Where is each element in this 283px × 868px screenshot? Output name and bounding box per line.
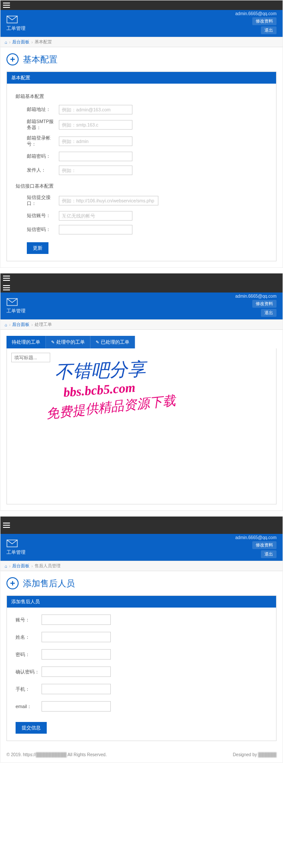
- logo: 工单管理: [6, 540, 26, 556]
- add-icon[interactable]: +: [6, 53, 19, 65]
- panel-header: 基本配置: [7, 72, 276, 84]
- header-bar: 工单管理 admin.6665@qq.com 修改资料 退出: [0, 293, 283, 319]
- title-search-input[interactable]: [11, 353, 50, 362]
- tab-processing[interactable]: ✎ 处理中的工单: [46, 336, 90, 348]
- home-icon[interactable]: ⌂: [5, 564, 7, 569]
- row-phone: 手机：: [16, 684, 267, 694]
- topbar: [0, 273, 283, 283]
- logout-button[interactable]: 退出: [261, 309, 277, 317]
- edit-profile-button[interactable]: 修改资料: [252, 541, 277, 549]
- label: 邮箱地址：: [16, 107, 59, 113]
- footer-left: © 2019. https://██████████ All Rights Re…: [6, 752, 107, 757]
- home-icon[interactable]: ⌂: [5, 40, 7, 45]
- page-title: + 基本配置: [6, 53, 277, 65]
- panel-body: 邮箱基本配置 邮箱地址： 邮箱SMTP服务器： 邮箱登录帐号： 邮箱密码：: [7, 84, 276, 261]
- breadcrumb-current: 基本配置: [35, 39, 52, 45]
- menu-icon[interactable]: [3, 285, 10, 290]
- screen-add-staff: 工单管理 admin.6665@qq.com 修改资料 退出 ⌂› 后台面板› …: [0, 516, 283, 763]
- page-body: + 基本配置 基本配置 邮箱基本配置 邮箱地址： 邮箱SMTP服务器： 邮箱登录…: [0, 47, 283, 267]
- tab-pending[interactable]: 待处理的工单: [6, 336, 46, 348]
- email-address-input[interactable]: [59, 105, 132, 114]
- label: 姓名：: [16, 634, 42, 640]
- user-block: admin.6665@qq.com 修改资料 退出: [235, 11, 277, 36]
- smtp-input[interactable]: [59, 120, 132, 130]
- sms-api-input[interactable]: [59, 196, 158, 205]
- label: 邮箱密码：: [16, 153, 59, 159]
- page-title: + 添加售后人员: [6, 577, 277, 589]
- name-input[interactable]: [42, 632, 111, 642]
- page-heading: 添加售后人员: [23, 578, 75, 589]
- watermark-line3: 免费提供精品资源下载: [45, 387, 219, 423]
- screen-tickets: 工单管理 admin.6665@qq.com 修改资料 退出 ⌂› 后台面板› …: [0, 273, 283, 511]
- breadcrumb-link[interactable]: 后台面板: [12, 563, 29, 569]
- edit-icon: ✎: [96, 340, 99, 345]
- breadcrumb-current: 处理工单: [35, 322, 52, 328]
- account-input[interactable]: [42, 614, 111, 625]
- breadcrumb: ⌂› 后台面板› 售后人员管理: [0, 561, 283, 571]
- header-bar: 工单管理 admin.6665@qq.com 修改资料 退出: [0, 10, 283, 37]
- blurred-designer: ██████: [258, 752, 277, 757]
- sender-input[interactable]: [59, 166, 132, 175]
- logout-button[interactable]: 退出: [261, 550, 277, 558]
- logout-button[interactable]: 退出: [261, 26, 277, 34]
- row-password: 密码：: [16, 649, 267, 660]
- home-icon[interactable]: ⌂: [5, 322, 7, 327]
- watermark-line2: bbs.bcb5.com: [63, 374, 219, 400]
- confirm-password-input[interactable]: [42, 666, 111, 677]
- submit-button[interactable]: 提交信息: [16, 722, 47, 734]
- menu-icon[interactable]: [3, 276, 10, 281]
- watermark-line1: 不错吧分享: [54, 354, 219, 384]
- label: 发件人：: [16, 167, 59, 173]
- label: 邮箱SMTP服务器：: [16, 119, 59, 131]
- row-smtp: 邮箱SMTP服务器：: [16, 119, 267, 131]
- app-name: 工单管理: [6, 25, 26, 32]
- label: 手机：: [16, 686, 42, 692]
- label: 邮箱登录帐号：: [16, 135, 59, 147]
- menu-icon[interactable]: [3, 523, 10, 528]
- menu-icon[interactable]: [3, 3, 10, 8]
- label: 确认密码：: [16, 669, 42, 675]
- breadcrumb-link[interactable]: 后台面板: [12, 322, 29, 328]
- phone-input[interactable]: [42, 684, 111, 694]
- add-staff-panel: 添加售后人员 账号： 姓名： 密码： 确认密码：: [6, 595, 277, 741]
- breadcrumb: ⌂› 后台面板› 处理工单: [0, 319, 283, 330]
- mail-icon: [6, 540, 18, 548]
- tab-label: 已处理的工单: [101, 339, 129, 345]
- screen-basic-config: 工单管理 admin.6665@qq.com 修改资料 退出 ⌂› 后台面板› …: [0, 0, 283, 268]
- password-input[interactable]: [59, 152, 132, 161]
- tab-label: 待处理的工单: [12, 339, 40, 345]
- footer: © 2019. https://██████████ All Rights Re…: [0, 747, 283, 762]
- label: 短信账号：: [16, 213, 59, 219]
- breadcrumb-link[interactable]: 后台面板: [12, 39, 29, 45]
- update-button[interactable]: 更新: [27, 242, 48, 254]
- logo: 工单管理: [6, 16, 26, 32]
- edit-profile-button[interactable]: 修改资料: [252, 17, 277, 25]
- edit-profile-button[interactable]: 修改资料: [252, 300, 277, 308]
- sms-account-input[interactable]: [59, 211, 132, 221]
- breadcrumb-current: 售后人员管理: [35, 563, 61, 569]
- tab-done[interactable]: ✎ 已处理的工单: [90, 336, 135, 348]
- logo: 工单管理: [6, 298, 26, 314]
- app-name: 工单管理: [6, 549, 26, 556]
- panel-body: 账号： 姓名： 密码： 确认密码： 手机：: [7, 608, 276, 741]
- row-login: 邮箱登录帐号：: [16, 135, 267, 147]
- login-input[interactable]: [59, 137, 132, 146]
- page-body: + 添加售后人员 添加售后人员 账号： 姓名： 密码： 确认密码：: [0, 571, 283, 747]
- row-sender: 发件人：: [16, 166, 267, 175]
- row-email-address: 邮箱地址：: [16, 105, 267, 114]
- email-input[interactable]: [42, 701, 111, 712]
- row-confirm: 确认密码：: [16, 666, 267, 677]
- tab-content: 不错吧分享 bbs.bcb5.com 免费提供精品资源下载: [6, 348, 277, 504]
- row-sms-api: 短信提交接口：: [16, 195, 267, 207]
- section-email: 邮箱基本配置: [16, 93, 267, 100]
- sms-password-input[interactable]: [59, 225, 132, 234]
- app-name: 工单管理: [6, 308, 26, 314]
- password-input[interactable]: [42, 649, 111, 660]
- label: 账号：: [16, 617, 42, 623]
- add-icon[interactable]: +: [6, 577, 19, 589]
- breadcrumb: ⌂› 后台面板› 基本配置: [0, 37, 283, 47]
- user-email: admin.6665@qq.com: [235, 294, 277, 299]
- mail-icon: [6, 16, 18, 24]
- panel-header: 添加售后人员: [7, 596, 276, 608]
- row-sms-password: 短信密码：: [16, 225, 267, 234]
